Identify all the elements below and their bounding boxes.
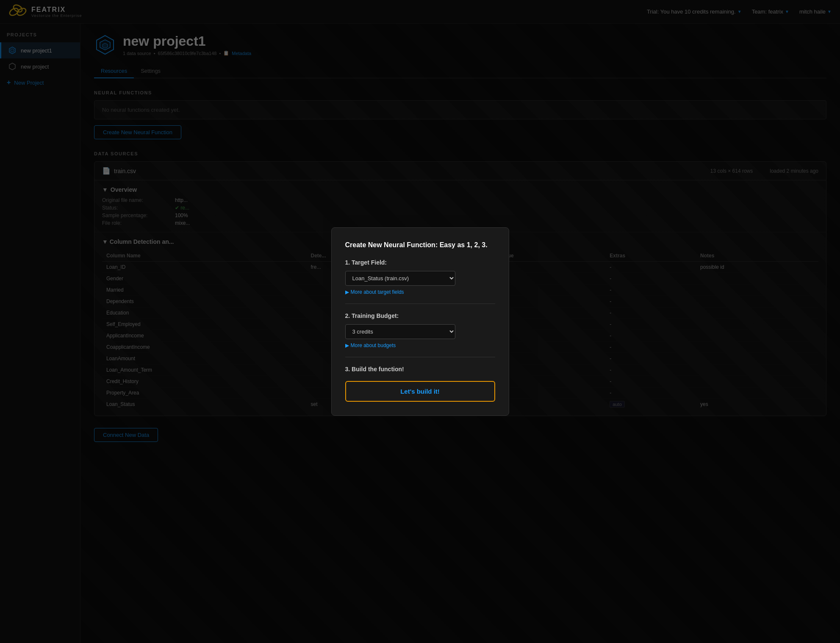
build-function-button[interactable]: Let's build it! [345, 381, 495, 402]
target-field-select[interactable]: Loan_Status (train.csv)Loan_ID (train.cs… [345, 271, 455, 286]
modal-step2-label: 2. Training Budget: [345, 312, 495, 319]
modal-step3-label: 3. Build the function! [345, 366, 495, 373]
more-budget-link[interactable]: ▶ More about budgets [345, 342, 495, 348]
more-budget-text: More about budgets [351, 342, 396, 348]
modal-overlay[interactable]: Create New Neural Function: Easy as 1, 2… [0, 0, 840, 643]
modal-step1-label: 1. Target Field: [345, 259, 495, 266]
budget-select[interactable]: 1 credits2 credits3 credits5 credits10 c… [345, 324, 455, 339]
modal-title: Create New Neural Function: Easy as 1, 2… [345, 241, 495, 249]
modal-divider-2 [345, 357, 495, 357]
modal-divider-1 [345, 304, 495, 304]
modal-create-neural-function: Create New Neural Function: Easy as 1, 2… [331, 227, 509, 416]
more-target-link[interactable]: ▶ More about target fields [345, 289, 495, 295]
more-target-text: More about target fields [351, 289, 404, 295]
